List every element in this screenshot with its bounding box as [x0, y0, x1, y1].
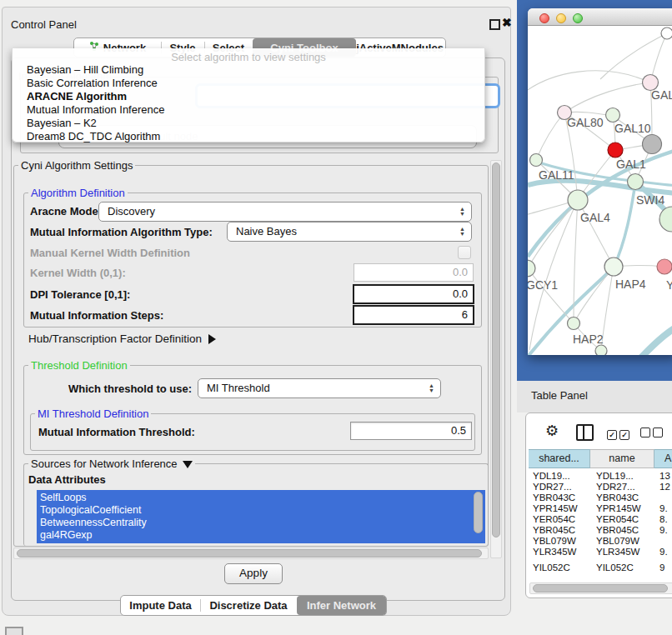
- dropdown-item[interactable]: Dream8 DC_TDC Algorithm: [15, 130, 482, 142]
- sources-toggle[interactable]: Sources for Network Inference: [28, 458, 195, 470]
- network-node-label: HAP2: [573, 332, 604, 346]
- column-header[interactable]: A: [654, 449, 672, 468]
- column-header[interactable]: name: [590, 449, 654, 468]
- table-panel-title: Table Panel: [531, 389, 588, 402]
- mi-threshold-definition-title: MI Threshold Definition: [35, 408, 151, 420]
- network-node[interactable]: [628, 174, 644, 190]
- which-threshold-value: MI Threshold: [207, 382, 270, 394]
- network-node-label: GAL4: [580, 211, 610, 224]
- list-item[interactable]: TopologicalCoefficient: [40, 504, 469, 517]
- list-scrollbar-thumb[interactable]: [474, 492, 483, 533]
- select-all-icon[interactable]: ✓✓: [607, 426, 629, 441]
- table-panel: ⚙ ✓✓ shared... name A YDL19...YDL19...13…: [525, 412, 672, 598]
- cyni-bottom-tabbar: Impute Data Discretize Data Infer Networ…: [120, 595, 387, 616]
- dropdown-item[interactable]: Basic Correlation Inference: [15, 77, 482, 89]
- network-view[interactable]: GAL80 GAL10 GAL1 GAL11 SWI4 GAL4 GCY1 HA…: [528, 25, 672, 355]
- tab-discretize-data[interactable]: Discretize Data: [200, 596, 297, 615]
- network-node[interactable]: [528, 260, 535, 277]
- network-node[interactable]: [530, 154, 543, 167]
- mi-type-value: Naive Bayes: [236, 225, 297, 238]
- dropdown-placeholder: Select algorithm to view settings: [13, 51, 484, 63]
- close-traffic-light[interactable]: [539, 13, 549, 23]
- aracne-mode-combobox[interactable]: Discovery ▲▼: [98, 202, 472, 222]
- network-node-label: GAL80: [567, 116, 604, 129]
- data-attributes-list: SelfLoops TopologicalCoefficient Between…: [37, 490, 485, 543]
- table-header: shared... name A: [526, 449, 672, 468]
- network-node[interactable]: [659, 207, 672, 232]
- stepper-arrows-icon: ▲▼: [459, 224, 466, 239]
- apply-button[interactable]: Apply: [224, 563, 283, 584]
- mi-steps-field[interactable]: 6: [353, 305, 474, 325]
- list-item[interactable]: BetweennessCentrality: [40, 517, 469, 529]
- network-node-label: Y: [666, 278, 672, 292]
- table-panel-strip: Table Panel: [517, 381, 672, 412]
- data-attributes-label: Data Attributes: [28, 473, 106, 486]
- algorithm-dropdown-list: Select algorithm to view settings Bayesi…: [12, 48, 485, 142]
- right-region: GAL80 GAL10 GAL1 GAL11 SWI4 GAL4 GCY1 HA…: [517, 0, 672, 635]
- which-threshold-label: Which threshold to use:: [68, 382, 192, 395]
- hub-definition-toggle[interactable]: Hub/Transcription Factor Definition: [28, 332, 216, 345]
- horizontal-scrollbar-thumb[interactable]: [17, 549, 482, 558]
- network-node-label: GAL10: [614, 122, 651, 135]
- aracne-mode-label: Aracne Mode:: [30, 205, 102, 218]
- expand-right-icon: [208, 334, 216, 344]
- list-item[interactable]: SelfLoops: [40, 492, 469, 504]
- network-node[interactable]: [568, 318, 580, 330]
- dpi-tolerance-field[interactable]: 0.0: [353, 284, 474, 304]
- vertical-scrollbar-thumb[interactable]: [492, 162, 500, 538]
- tab-impute-data[interactable]: Impute Data: [121, 596, 200, 615]
- mi-threshold-field[interactable]: 0.5: [350, 422, 472, 440]
- network-node[interactable]: [568, 190, 588, 210]
- threshold-definition-title: Threshold Definition: [28, 359, 130, 372]
- network-node-labels: GAL80 GAL10 GAL1 GAL11 SWI4 GAL4 GCY1 HA…: [528, 88, 672, 346]
- network-node-label: GAL: [651, 88, 672, 102]
- dropdown-item-selected[interactable]: ARACNE Algorithm: [15, 90, 482, 102]
- mi-threshold-label: Mutual Information Threshold:: [38, 426, 195, 438]
- network-node[interactable]: [604, 258, 623, 276]
- vertical-scrollbar-track: [490, 160, 502, 558]
- dropdown-item[interactable]: Bayesian – K2: [15, 117, 482, 129]
- deselect-all-icon[interactable]: [640, 426, 663, 441]
- network-node[interactable]: [643, 135, 662, 154]
- expand-down-icon: [183, 461, 193, 468]
- stepper-arrows-icon: ▲▼: [428, 381, 435, 396]
- network-node-label: SWI4: [636, 193, 664, 207]
- cyni-algorithm-settings-title: Cyni Algorithm Settings: [18, 159, 135, 172]
- table-scrollbar-thumb[interactable]: [533, 584, 668, 592]
- network-node[interactable]: [661, 28, 672, 39]
- dropdown-item[interactable]: Mutual Information Inference: [15, 103, 482, 116]
- network-node[interactable]: [606, 108, 620, 122]
- network-node-selected[interactable]: [608, 142, 623, 158]
- algorithm-definition-title: Algorithm Definition: [28, 187, 128, 199]
- mi-type-combobox[interactable]: Naive Bayes ▲▼: [227, 222, 472, 242]
- columns-icon[interactable]: [576, 424, 594, 441]
- column-header[interactable]: shared...: [529, 449, 590, 468]
- dropdown-item[interactable]: Bayesian – Hill Climbing: [15, 63, 482, 76]
- stepper-arrows-icon: ▲▼: [459, 204, 466, 219]
- aracne-mode-value: Discovery: [108, 205, 155, 218]
- horizontal-scrollbar-track: [13, 548, 489, 559]
- network-node-label: GAL1: [616, 158, 646, 171]
- close-icon[interactable]: ✖: [502, 16, 512, 29]
- control-panel-title: Control Panel: [11, 18, 77, 31]
- which-threshold-combobox[interactable]: MI Threshold ▲▼: [198, 378, 441, 398]
- kernel-width-field[interactable]: 0.0: [354, 263, 474, 282]
- tab-infer-network[interactable]: Infer Network: [297, 596, 386, 615]
- screen: Control Panel ✖ Network Style Select Cyn…: [0, 0, 672, 635]
- network-node[interactable]: [595, 345, 607, 355]
- mi-type-label: Mutual Information Algorithm Type:: [30, 226, 213, 238]
- list-item[interactable]: gal4RGexp: [40, 529, 469, 542]
- zoom-traffic-light[interactable]: [573, 13, 583, 23]
- manual-kernel-checkbox[interactable]: [458, 246, 471, 259]
- minimize-traffic-light[interactable]: [556, 13, 566, 23]
- manual-kernel-label: Manual Kernel Width Definition: [30, 247, 190, 259]
- table-body: YDL19...YDL19...13 YDR27...YDR27...12 YB…: [526, 468, 672, 572]
- network-node[interactable]: [657, 259, 672, 274]
- table-scrollbar-track: [529, 582, 672, 594]
- network-node-label: GAL11: [539, 168, 574, 182]
- float-window-icon[interactable]: [489, 19, 500, 30]
- collapsed-panel-handle[interactable]: [5, 627, 23, 635]
- gear-icon[interactable]: ⚙: [545, 423, 559, 438]
- network-window-titlebar[interactable]: [528, 8, 672, 26]
- mi-steps-label: Mutual Information Steps:: [30, 309, 163, 322]
